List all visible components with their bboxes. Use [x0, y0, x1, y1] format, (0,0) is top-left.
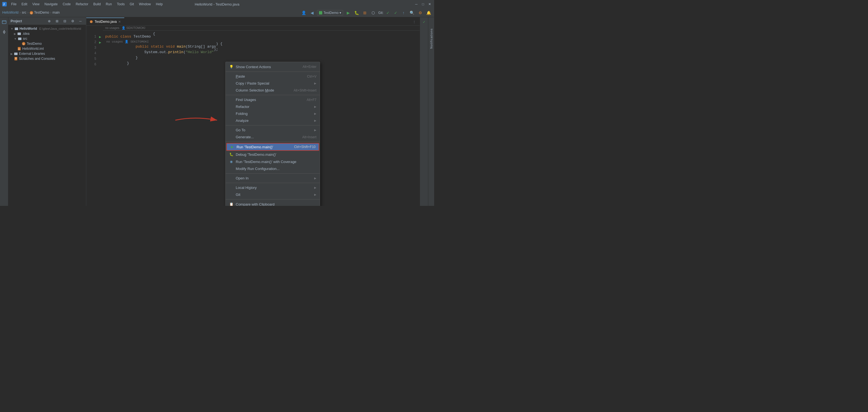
menu-build[interactable]: Build: [91, 2, 103, 7]
breadcrumb-src[interactable]: src: [22, 10, 26, 14]
recent-files-button[interactable]: ⋮: [411, 19, 417, 25]
menu-git[interactable]: Git ▶: [226, 191, 320, 198]
menu-modify-run[interactable]: Modify Run Configuration...: [226, 165, 320, 172]
menu-run[interactable]: Run: [103, 2, 114, 7]
menu-paste[interactable]: Paste Ctrl+V: [226, 73, 320, 80]
profile-button[interactable]: 👤: [300, 9, 307, 16]
project-add-button[interactable]: ⊕: [46, 18, 53, 25]
gutter-5: [97, 56, 103, 62]
project-settings-button[interactable]: ⚙: [69, 18, 76, 25]
menu-run-main[interactable]: ▶ Run 'TestDemo.main()' Ctrl+Shift+F10: [226, 143, 319, 151]
close-button[interactable]: ✕: [428, 2, 432, 6]
menu-shortcut-show-context: Alt+Enter: [303, 65, 316, 69]
project-sidebar-icon[interactable]: [1, 19, 8, 26]
tree-item-idea[interactable]: ▶ .idea: [8, 31, 86, 36]
run-config-dropdown[interactable]: TestDemo ▾: [317, 10, 343, 15]
menu-navigate[interactable]: Navigate: [42, 2, 60, 7]
svg-text:J: J: [3, 3, 5, 6]
run-gutter-2[interactable]: ▶: [97, 39, 103, 45]
menu-open-in[interactable]: Open In ▶: [226, 175, 320, 182]
menu-git[interactable]: Git: [127, 2, 136, 7]
menu-item-label-goto: Go To: [236, 128, 311, 132]
separator-5: [226, 173, 320, 173]
menu-view[interactable]: View: [30, 2, 42, 7]
menu-folding[interactable]: Folding ▶: [226, 110, 320, 117]
code-editor[interactable]: no usages 👤 SEKITOMOKI 1 2 3 4 5 6 ▶ ▶: [86, 26, 420, 206]
tree-label-idea: .idea: [22, 32, 30, 36]
menu-shortcut-generate: Alt+Insert: [302, 135, 316, 139]
menu-show-context-actions[interactable]: 💡 Show Context Actions Alt+Enter: [226, 63, 320, 70]
menu-compare-clipboard[interactable]: 📋 Compare with Clipboard: [226, 200, 320, 206]
editor-area: J TestDemo.java ✕ ⋮ no usages 👤 SEKITOMO…: [86, 17, 420, 206]
line-gutter: ▶ ▶: [97, 26, 103, 206]
debug-icon: 🐛: [229, 152, 234, 157]
tab-close-button[interactable]: ✕: [118, 20, 121, 24]
tree-item-iml[interactable]: iml HelloWorld.iml: [8, 46, 86, 51]
breadcrumb-project[interactable]: HelloWorld: [2, 10, 19, 14]
menu-column-selection[interactable]: Column Selection Mode Alt+Shift+Insert: [226, 87, 320, 94]
notifications-label[interactable]: Notifications: [430, 28, 433, 49]
copy-paste-arrow: ▶: [314, 82, 316, 85]
menu-copy-paste-special[interactable]: Copy / Paste Special ▶: [226, 80, 320, 87]
menu-code[interactable]: Code: [60, 2, 73, 7]
commit-sidebar-icon[interactable]: [1, 28, 8, 36]
tree-item-src[interactable]: ▼ src: [8, 36, 86, 41]
tree-item-testdemo[interactable]: C TestDemo: [8, 41, 86, 46]
breadcrumb-class[interactable]: CTestDemo: [30, 10, 49, 15]
run-button[interactable]: ▶: [345, 9, 351, 16]
code-line-2: public static void main(String[] args) {: [105, 44, 417, 50]
menu-item-label-open-in: Open In: [236, 176, 311, 180]
git-check2-button[interactable]: ✓: [393, 9, 399, 16]
menu-generate[interactable]: Generate... Alt+Insert: [226, 133, 320, 140]
coverage-button[interactable]: ⊞: [362, 9, 368, 16]
menu-local-history[interactable]: Local History ▶: [226, 184, 320, 191]
separator-1: [226, 71, 320, 72]
settings-button[interactable]: ⚙: [417, 9, 424, 16]
toolbar-right: 👤 ◀ TestDemo ▾ ▶ 🐛 ⊞ ⬡ Git: ✓ ✓ ↑ 🔍 ⚙ 🔔: [300, 9, 432, 16]
menu-refactor[interactable]: Refactor: [73, 2, 90, 7]
project-tree: ▼ HelloWorld E:\gitee\Java_code\HelloWor…: [8, 25, 86, 206]
menu-refactor[interactable]: Refactor ▶: [226, 103, 320, 110]
git-arrow: ▶: [314, 193, 316, 196]
search-button[interactable]: 🔍: [408, 9, 415, 16]
right-sidebar-icon[interactable]: ✓: [421, 19, 428, 26]
svg-text:J: J: [90, 21, 91, 23]
tree-item-external-libs[interactable]: ▶ External Libraries: [8, 51, 86, 56]
tree-path-helloworld: E:\gitee\Java_code\HelloWorld: [39, 27, 81, 30]
profile-run-button[interactable]: ⬡: [370, 9, 376, 16]
menu-tools[interactable]: Tools: [115, 2, 127, 7]
run-gutter-1[interactable]: ▶: [97, 34, 103, 39]
project-collapse-button[interactable]: ⊟: [62, 18, 68, 25]
breadcrumb-method[interactable]: main: [53, 10, 60, 14]
notifications-button[interactable]: 🔔: [425, 9, 432, 16]
menu-help[interactable]: Help: [154, 2, 165, 7]
git-push-button[interactable]: ↑: [400, 9, 407, 16]
menu-analyze[interactable]: Analyze ▶: [226, 117, 320, 124]
menu-go-to[interactable]: Go To ▶: [226, 127, 320, 133]
minimize-button[interactable]: ─: [414, 2, 418, 6]
menu-window[interactable]: Window: [137, 2, 153, 7]
git-checkmark-button[interactable]: ✓: [384, 9, 391, 16]
project-minimize-button[interactable]: ─: [77, 18, 84, 25]
editor-tab-testdemo[interactable]: J TestDemo.java ✕: [86, 18, 124, 25]
menu-edit[interactable]: Edit: [19, 2, 30, 7]
back-button[interactable]: ◀: [309, 9, 315, 16]
tree-arrow-external-libs: ▶: [10, 52, 13, 55]
tree-item-helloworld[interactable]: ▼ HelloWorld E:\gitee\Java_code\HelloWor…: [8, 26, 86, 31]
maximize-button[interactable]: □: [421, 2, 425, 6]
separator-4: [226, 141, 320, 142]
tree-label-external-libs: External Libraries: [19, 52, 45, 56]
menu-debug-main[interactable]: 🐛 Debug 'TestDemo.main()': [226, 151, 320, 158]
app-logo: J: [2, 2, 7, 6]
menu-bar: File Edit View Navigate Code Refactor Bu…: [9, 2, 165, 7]
tab-label-testdemo: TestDemo.java: [95, 20, 117, 24]
tree-label-testdemo: TestDemo: [27, 42, 42, 45]
debug-button[interactable]: 🐛: [353, 9, 360, 16]
menu-find-usages[interactable]: Find Usages Alt+F7: [226, 96, 320, 103]
menu-file[interactable]: File: [9, 2, 19, 7]
tree-item-scratches[interactable]: Scratches and Consoles: [8, 56, 86, 61]
window-title: HelloWorld - TestDemo.java: [195, 2, 240, 6]
menu-run-coverage[interactable]: ◉ Run 'TestDemo.main()' with Coverage: [226, 158, 320, 165]
project-expand-button[interactable]: ⊞: [54, 18, 60, 25]
line-numbers: 1 2 3 4 5 6: [86, 26, 97, 206]
